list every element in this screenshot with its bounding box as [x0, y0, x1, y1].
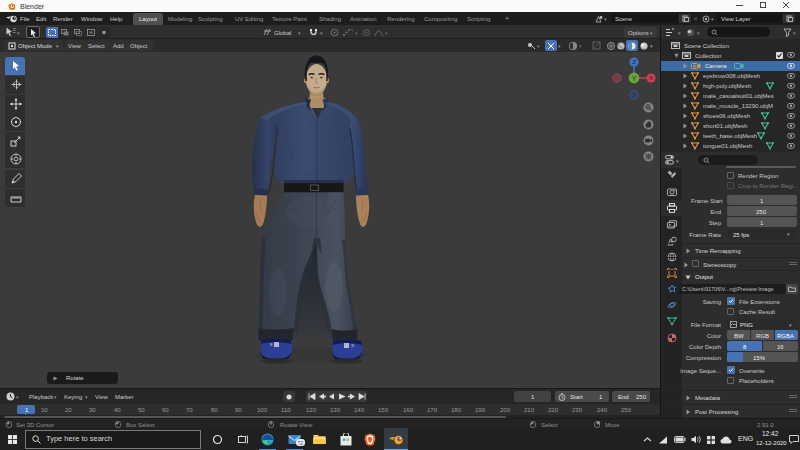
svg-text:Z: Z: [632, 59, 636, 65]
svg-text:X: X: [649, 75, 653, 81]
svg-text:Y: Y: [632, 75, 637, 82]
